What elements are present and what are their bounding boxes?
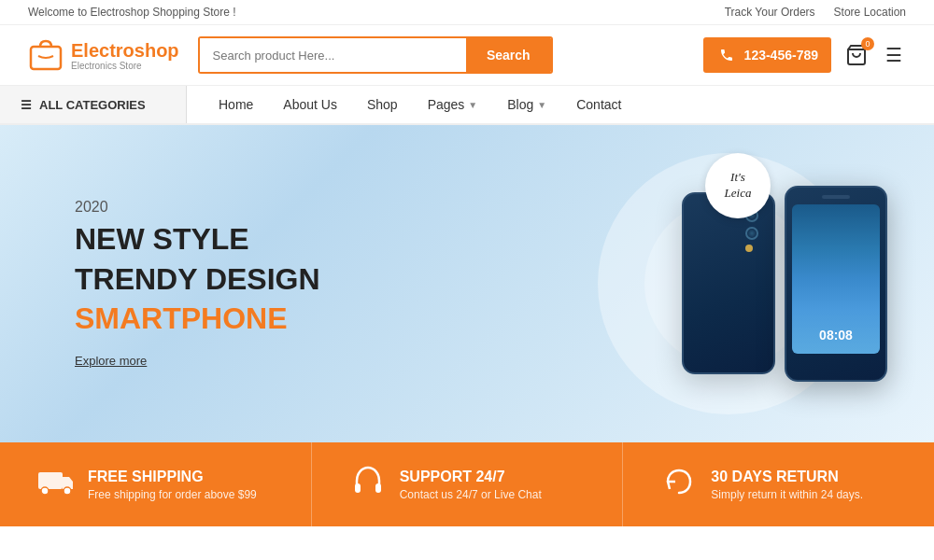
feature-support: SUPPORT 24/7 Contact us 24/7 or Live Cha… <box>312 442 624 526</box>
hero-cta-link[interactable]: Explore more <box>75 354 147 368</box>
welcome-message: Welcome to Electroshop Shopping Store ! <box>28 6 236 19</box>
all-categories-label: ALL CATEGORIES <box>39 98 146 112</box>
phone-time: 08:08 <box>819 328 853 343</box>
leica-text: It'sLeica <box>725 170 752 202</box>
leica-badge: It'sLeica <box>705 153 771 218</box>
feature-support-title: SUPPORT 24/7 <box>400 469 542 485</box>
feature-support-desc: Contact us 24/7 or Live Chat <box>400 488 542 501</box>
nav-item-contact: Contact <box>563 86 634 123</box>
logo-text: Electroshop Electronics Store <box>71 40 179 71</box>
search-input[interactable] <box>200 38 466 72</box>
navigation: ☰ ALL CATEGORIES Home About Us Shop Page… <box>0 86 934 125</box>
nav-item-blog: Blog ▼ <box>494 86 559 123</box>
hero-section: 2020 NEW STYLE TRENDY DESIGN SMARTPHONE … <box>0 125 934 442</box>
nav-link-home[interactable]: Home <box>205 86 266 123</box>
logo-icon <box>28 37 64 73</box>
hero-line2: TRENDY DESIGN <box>75 261 320 297</box>
svg-rect-5 <box>355 483 361 493</box>
nav-links: Home About Us Shop Pages ▼ Blog ▼ Contac… <box>187 86 653 123</box>
phone-front: 08:08 <box>785 186 887 382</box>
feature-return-title: 30 DAYS RETURN <box>711 469 863 485</box>
hamburger-icon: ☰ <box>21 98 32 112</box>
camera-flash <box>745 245 753 252</box>
hero-year: 2020 <box>75 199 320 216</box>
track-orders-link[interactable]: Track Your Orders <box>725 6 815 19</box>
nav-item-about: About Us <box>270 86 350 123</box>
search-button[interactable]: Search <box>466 38 551 72</box>
nav-link-shop[interactable]: Shop <box>354 86 411 123</box>
svg-rect-6 <box>375 483 381 493</box>
nav-link-pages[interactable]: Pages ▼ <box>415 86 491 123</box>
logo-sub: Electronics Store <box>71 61 179 71</box>
feature-shipping-text: FREE SHIPPING Free shipping for order ab… <box>88 469 257 501</box>
hero-line1: NEW STYLE <box>75 221 320 257</box>
phone-screen: 08:08 <box>792 204 880 354</box>
phone-button[interactable]: 123-456-789 <box>703 37 831 73</box>
nav-item-pages: Pages ▼ <box>415 86 491 123</box>
hero-highlight: SMARTPHONE <box>75 301 320 336</box>
nav-item-home: Home <box>205 86 266 123</box>
svg-point-3 <box>41 487 49 495</box>
feature-return-desc: Simply return it within 24 days. <box>711 488 863 501</box>
svg-rect-2 <box>38 472 63 489</box>
nav-link-contact[interactable]: Contact <box>563 86 634 123</box>
top-bar-links: Track Your Orders Store Location <box>725 6 906 19</box>
hamburger-menu[interactable]: ☰ <box>882 40 906 70</box>
pages-arrow-icon: ▼ <box>468 100 477 110</box>
all-categories-button[interactable]: ☰ ALL CATEGORIES <box>0 86 187 123</box>
hero-phones: 08:08 <box>682 186 887 382</box>
cart-badge: 0 <box>861 37 874 50</box>
hero-content: 2020 NEW STYLE TRENDY DESIGN SMARTPHONE … <box>0 199 320 368</box>
feature-shipping-desc: Free shipping for order above $99 <box>88 488 257 501</box>
camera-lens-2 <box>745 227 758 240</box>
features-bar: FREE SHIPPING Free shipping for order ab… <box>0 442 934 526</box>
logo-name: Electroshop <box>71 40 179 61</box>
nav-link-about[interactable]: About Us <box>270 86 350 123</box>
headphones-icon <box>349 465 387 505</box>
return-icon <box>660 465 698 505</box>
blog-arrow-icon: ▼ <box>537 100 546 110</box>
feature-support-text: SUPPORT 24/7 Contact us 24/7 or Live Cha… <box>400 469 542 501</box>
phone-back <box>682 192 775 374</box>
truck-icon <box>37 468 75 502</box>
logo: Electroshop Electronics Store <box>28 37 179 73</box>
header-actions: 123-456-789 0 ☰ <box>703 37 906 73</box>
feature-return-text: 30 DAYS RETURN Simply return it within 2… <box>711 469 863 501</box>
nav-item-shop: Shop <box>354 86 411 123</box>
svg-point-4 <box>64 487 71 495</box>
feature-return: 30 DAYS RETURN Simply return it within 2… <box>623 442 934 526</box>
nav-link-blog[interactable]: Blog ▼ <box>494 86 559 123</box>
feature-shipping-title: FREE SHIPPING <box>88 469 257 485</box>
search-bar: Search <box>198 36 553 74</box>
phone-number: 123-456-789 <box>744 48 818 63</box>
store-location-link[interactable]: Store Location <box>834 6 906 19</box>
top-bar: Welcome to Electroshop Shopping Store ! … <box>0 0 934 25</box>
cart-button[interactable]: 0 <box>842 41 870 69</box>
header: Electroshop Electronics Store Search 123… <box>0 25 934 86</box>
feature-shipping: FREE SHIPPING Free shipping for order ab… <box>0 442 312 526</box>
phone-icon <box>716 45 737 65</box>
